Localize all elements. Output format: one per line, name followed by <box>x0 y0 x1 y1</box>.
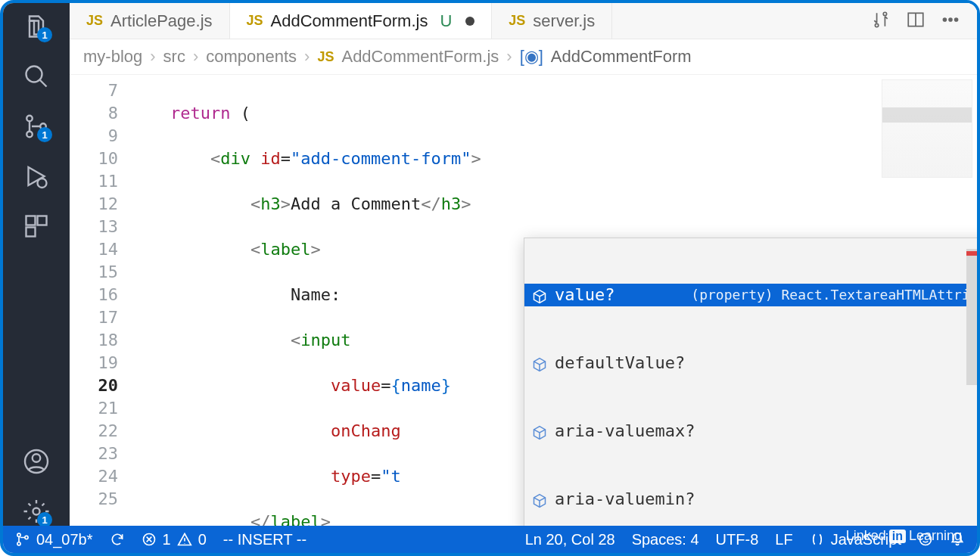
js-file-icon: JS <box>317 49 334 65</box>
suggest-item[interactable]: aria-valuemin? <box>524 488 977 511</box>
svg-point-9 <box>33 454 41 462</box>
svg-point-4 <box>38 179 47 188</box>
split-editor-icon[interactable] <box>906 10 926 33</box>
property-icon <box>532 287 547 303</box>
svg-rect-5 <box>26 216 36 225</box>
breadcrumb-part[interactable]: my-blog <box>83 47 142 67</box>
settings-gear-icon[interactable]: 1 <box>22 497 51 526</box>
suggest-item[interactable]: aria-valuemax? <box>524 420 977 443</box>
js-file-icon: JS <box>509 13 525 29</box>
feedback-icon[interactable] <box>918 532 933 547</box>
eol-status[interactable]: LF <box>775 531 792 548</box>
run-debug-icon[interactable] <box>22 162 51 191</box>
search-icon[interactable] <box>22 62 51 91</box>
svg-point-19 <box>25 536 28 539</box>
svg-point-11 <box>875 23 878 26</box>
indentation-status[interactable]: Spaces: 4 <box>632 531 699 548</box>
svg-point-12 <box>883 12 886 15</box>
svg-point-16 <box>955 18 958 21</box>
suggest-label: aria-valuemin? <box>555 488 695 511</box>
git-branch-status[interactable]: 04_07b* <box>15 531 93 548</box>
tab-server[interactable]: JS server.js <box>492 3 612 39</box>
extensions-icon[interactable] <box>22 212 51 241</box>
breadcrumb-part[interactable]: components <box>206 47 297 67</box>
tab-articlepage[interactable]: JS ArticlePage.js <box>70 3 230 39</box>
symbol-icon: [◉] <box>520 47 543 67</box>
status-bar: 04_07b* 1 0 -- INSERT -- Ln 20, Col 28 S… <box>3 526 977 553</box>
svg-point-18 <box>17 542 20 545</box>
breadcrumb-symbol[interactable]: AddCommentForm <box>551 47 692 67</box>
svg-point-14 <box>943 18 946 21</box>
editor[interactable]: 78910111213141516171819202122232425 retu… <box>70 75 977 526</box>
js-file-icon: JS <box>86 13 103 29</box>
compare-changes-icon[interactable] <box>871 10 891 33</box>
accounts-icon[interactable] <box>22 447 51 476</box>
tab-addcommentform[interactable]: JS AddCommentForm.js U <box>230 3 493 39</box>
svg-point-2 <box>26 132 33 138</box>
svg-point-0 <box>26 67 42 82</box>
settings-badge: 1 <box>37 512 52 526</box>
chevron-right-icon: › <box>304 47 310 67</box>
activity-bar: 1 1 1 <box>3 3 70 526</box>
suggest-label: defaultValue? <box>555 352 685 374</box>
more-actions-icon[interactable] <box>941 10 960 33</box>
breadcrumb-file[interactable]: AddCommentForm.js <box>341 47 499 67</box>
problems-status[interactable]: 1 0 <box>142 531 207 548</box>
property-icon <box>532 492 547 507</box>
svg-point-1 <box>26 116 33 122</box>
dirty-indicator-icon <box>465 17 474 26</box>
language-mode-status[interactable]: JavaScript <box>810 531 901 548</box>
tabs-bar: JS ArticlePage.js JS AddCommentForm.js U… <box>70 3 977 39</box>
explorer-icon[interactable]: 1 <box>22 12 51 41</box>
source-control-icon[interactable]: 1 <box>22 112 51 141</box>
tab-label: server.js <box>533 11 595 31</box>
svg-point-17 <box>17 533 20 536</box>
sync-status[interactable] <box>110 532 125 547</box>
notifications-icon[interactable] <box>950 532 965 547</box>
overview-ruler-error-icon <box>966 251 977 256</box>
explorer-badge: 1 <box>37 27 52 42</box>
suggest-detail: (property) React.TextareaHTMLAttributes<… <box>691 284 977 306</box>
scm-badge: 1 <box>37 127 52 142</box>
scrollbar-thumb[interactable] <box>966 249 977 385</box>
svg-point-15 <box>949 18 952 21</box>
intellisense-popup[interactable]: value? (property) React.TextareaHTMLAttr… <box>524 238 977 526</box>
chevron-right-icon: › <box>150 47 155 67</box>
svg-rect-6 <box>38 216 47 225</box>
suggest-label: value? <box>555 284 614 306</box>
js-file-icon: JS <box>247 13 263 29</box>
minimap[interactable] <box>882 79 972 178</box>
git-status-untracked: U <box>440 11 452 31</box>
svg-point-21 <box>920 534 932 545</box>
tab-label: ArticlePage.js <box>110 11 213 31</box>
encoding-status[interactable]: UTF-8 <box>716 531 759 548</box>
code-content[interactable]: return ( <div id="add-comment-form"> <h3… <box>130 75 977 526</box>
tab-label: AddCommentForm.js <box>271 11 428 31</box>
line-number-gutter: 78910111213141516171819202122232425 <box>70 75 130 526</box>
property-icon <box>532 356 547 371</box>
suggest-label: aria-valuemax? <box>555 420 695 443</box>
svg-rect-7 <box>26 228 36 237</box>
chevron-right-icon: › <box>506 47 512 67</box>
vim-mode-status: -- INSERT -- <box>223 531 306 548</box>
cursor-position-status[interactable]: Ln 20, Col 28 <box>525 531 615 548</box>
breadcrumb[interactable]: my-blog› src› components› JS AddCommentF… <box>70 39 977 75</box>
suggest-item[interactable]: defaultValue? <box>524 352 977 374</box>
suggest-item[interactable]: value? (property) React.TextareaHTMLAttr… <box>524 284 977 306</box>
breadcrumb-part[interactable]: src <box>163 47 185 67</box>
chevron-right-icon: › <box>193 47 198 67</box>
property-icon <box>532 424 547 439</box>
